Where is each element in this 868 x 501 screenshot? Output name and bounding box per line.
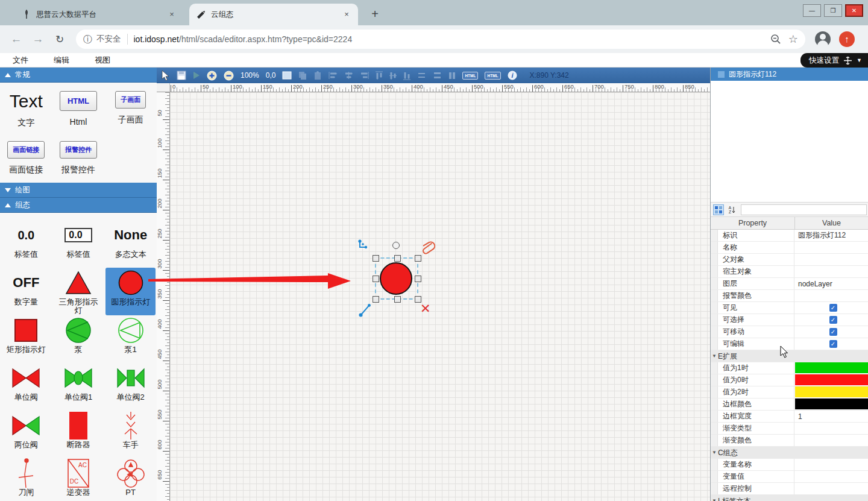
delete-x-icon[interactable]: ✕ — [420, 303, 431, 315]
palette-item-车手[interactable]: 车手 — [105, 411, 156, 458]
group-collapse-icon[interactable]: ▼ — [711, 350, 718, 362]
align-middle-icon[interactable] — [389, 71, 397, 80]
forward-icon[interactable]: → — [29, 33, 47, 46]
page-info-icon[interactable]: ⓘ — [83, 34, 92, 45]
align-left-icon[interactable] — [329, 72, 338, 79]
palette-item-PT[interactable]: PT — [105, 458, 156, 501]
profile-avatar[interactable] — [815, 31, 831, 47]
paste-tool[interactable] — [313, 71, 322, 80]
property-row-报警颜色[interactable]: 报警颜色 — [711, 290, 868, 302]
palette-item-矩形指示灯[interactable]: 矩形指示灯 — [1, 315, 51, 363]
property-column-header[interactable]: Property — [711, 217, 795, 229]
align-bottom-icon[interactable] — [403, 71, 410, 80]
tab-close-icon[interactable]: × — [166, 9, 177, 20]
palette-item-三角形指示灯[interactable]: 三角形指示灯 — [54, 268, 104, 315]
dropdown-chevron-icon[interactable]: ▼ — [857, 57, 862, 63]
color-swatch[interactable] — [795, 386, 868, 397]
property-filter-input[interactable] — [741, 204, 867, 215]
palette-item-单位阀[interactable]: 单位阀 — [1, 363, 51, 411]
property-row-渐变颜色[interactable]: 渐变颜色 — [711, 435, 868, 447]
palette-item-圆形指示灯[interactable]: 圆形指示灯 — [105, 268, 156, 315]
property-row-远程控制[interactable]: 远程控制 — [711, 483, 868, 495]
info-tool[interactable]: i — [508, 71, 517, 80]
property-row-名称[interactable]: 名称 — [711, 242, 868, 254]
sample-button[interactable]: 子画面 — [115, 91, 146, 109]
property-group-L标签文本[interactable]: ▼L标签文本 — [711, 495, 868, 501]
connector-adorner-icon[interactable] — [357, 239, 371, 253]
property-row-可编辑[interactable]: 可编辑✓ — [711, 338, 868, 350]
url-text[interactable]: iot.idosp.net/html/scada/editor.aspx.htm… — [134, 34, 763, 44]
palette-item-两位阀[interactable]: 两位阀 — [1, 411, 51, 458]
resize-diagonal-icon[interactable] — [359, 303, 372, 317]
property-row-可见[interactable]: 可见✓ — [711, 302, 868, 314]
property-row-标识[interactable]: 标识圆形指示灯112 — [711, 230, 868, 242]
property-group-E扩展[interactable]: ▼E扩展 — [711, 350, 868, 362]
reload-icon[interactable]: ↻ — [51, 33, 69, 46]
property-row-边框宽度[interactable]: 边框宽度1 — [711, 411, 868, 423]
design-canvas[interactable]: ✕ — [170, 92, 710, 501]
attach-paperclip-icon[interactable] — [421, 241, 435, 256]
property-row-父对象[interactable]: 父对象 — [711, 254, 868, 266]
resize-handle[interactable] — [373, 276, 379, 282]
resize-handle[interactable] — [394, 296, 401, 303]
zoom-in-tool[interactable] — [207, 71, 217, 81]
property-row-值为2时[interactable]: 值为2时 — [711, 386, 868, 399]
checkbox-checked[interactable]: ✓ — [829, 316, 837, 324]
html-preview-tool[interactable]: HTML — [485, 72, 500, 80]
palette-item-Html[interactable]: HTMLHtml — [52, 86, 105, 136]
group-collapse-icon[interactable]: ▼ — [711, 495, 718, 501]
alphabetical-sort-icon[interactable]: AZ — [726, 204, 737, 215]
palette-item-泵[interactable]: 泵 — [54, 315, 104, 363]
browser-update-icon[interactable]: ↑ — [839, 31, 855, 47]
resize-handle[interactable] — [373, 255, 379, 262]
property-row-宿主对象[interactable]: 宿主对象 — [711, 266, 868, 278]
resize-handle[interactable] — [394, 255, 401, 262]
property-value[interactable]: nodeLayer — [798, 280, 832, 288]
resize-handle[interactable] — [373, 296, 379, 303]
canvas-size-tool[interactable] — [282, 71, 292, 80]
run-tool[interactable] — [193, 71, 200, 80]
sample-button[interactable]: HTML — [60, 91, 97, 111]
property-row-图层[interactable]: 图层nodeLayer — [711, 278, 868, 290]
zoom-out-tool[interactable] — [224, 71, 234, 81]
value-column-header[interactable]: Value — [795, 217, 868, 229]
menu-view[interactable]: 视图 — [82, 55, 123, 66]
property-row-渐变类型[interactable]: 渐变类型 — [711, 423, 868, 435]
section-header-draw[interactable]: 绘图 — [0, 183, 157, 198]
property-row-值为1时[interactable]: 值为1时 — [711, 362, 868, 374]
palette-item-数字量[interactable]: OFF数字量 — [1, 268, 51, 315]
menu-file[interactable]: 文件 — [0, 55, 41, 66]
property-row-值为0时[interactable]: 值为0时 — [711, 374, 868, 386]
browser-tab-inactive[interactable]: 思普云大数据平台 × — [14, 4, 183, 25]
section-header-widgets[interactable]: 组态 — [0, 198, 157, 213]
palette-item-单位阀2[interactable]: 单位阀2 — [105, 363, 156, 411]
property-row-变量值[interactable]: 变量值 — [711, 471, 868, 483]
color-swatch[interactable] — [795, 362, 868, 373]
property-value[interactable]: 1 — [798, 412, 802, 421]
checkbox-checked[interactable]: ✓ — [829, 328, 837, 336]
property-row-边框颜色[interactable]: 边框颜色 — [711, 399, 868, 411]
sample-button[interactable]: 画面链接 — [7, 141, 45, 159]
fit-screen-icon[interactable] — [844, 57, 852, 65]
same-width-icon[interactable] — [448, 72, 456, 80]
save-tool[interactable] — [177, 71, 186, 80]
distribute-h-icon[interactable] — [417, 72, 426, 79]
html-export-tool[interactable]: HTML — [462, 72, 478, 80]
property-row-变量名称[interactable]: 变量名称 — [711, 459, 868, 471]
property-value[interactable]: 圆形指示灯112 — [798, 230, 846, 241]
back-icon[interactable]: ← — [7, 33, 25, 46]
browser-tab-active[interactable]: 云组态 × — [189, 4, 358, 25]
zoom-out-page-icon[interactable] — [770, 34, 781, 45]
bookmark-star-icon[interactable]: ☆ — [788, 33, 798, 46]
align-center-icon[interactable] — [344, 72, 353, 79]
palette-item-标签值[interactable]: 0.0标签值 — [54, 220, 104, 268]
align-top-icon[interactable] — [376, 71, 383, 80]
property-row-可移动[interactable]: 可移动✓ — [711, 326, 868, 338]
palette-item-刀闸[interactable]: 刀闸 — [1, 458, 51, 501]
menu-edit[interactable]: 编辑 — [41, 55, 82, 66]
palette-item-断路器[interactable]: 断路器 — [54, 411, 104, 458]
categorized-view-icon[interactable] — [713, 204, 724, 215]
section-header-general[interactable]: 常规 — [0, 68, 157, 83]
property-group-C组态[interactable]: ▼C组态 — [711, 447, 868, 459]
checkbox-checked[interactable]: ✓ — [829, 340, 837, 348]
